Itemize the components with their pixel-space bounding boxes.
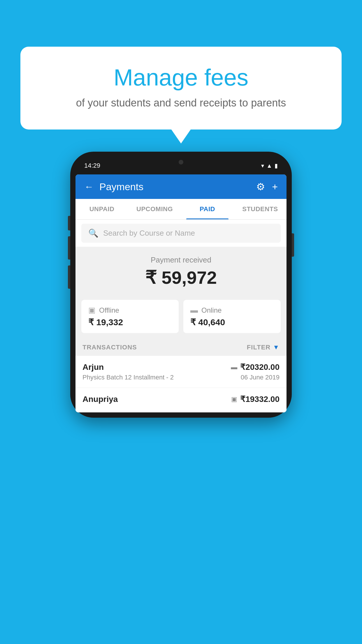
bubble-title: Manage fees (44, 64, 318, 91)
search-input[interactable]: Search by Course or Name (103, 229, 195, 238)
transaction-top: Anupriya ▣ ₹19332.00 (82, 394, 280, 404)
online-label: Online (201, 306, 222, 314)
payment-cards: ▣ Offline ₹ 19,332 ▬ Online ₹ 40,640 (75, 300, 287, 339)
transaction-amount: ₹20320.00 (240, 362, 280, 372)
signal-icon: ▲ (266, 162, 272, 169)
online-card-header: ▬ Online (190, 306, 274, 315)
notch (164, 157, 198, 167)
filter-icon: ▼ (273, 344, 280, 351)
add-icon[interactable]: + (272, 181, 278, 192)
volume-silent-button (68, 216, 70, 230)
online-card: ▬ Online ₹ 40,640 (183, 300, 281, 333)
table-row[interactable]: Arjun ▬ ₹20320.00 Physics Batch 12 Insta… (75, 356, 287, 388)
tabs-container: UNPAID UPCOMING PAID STUDENTS (75, 199, 287, 220)
tab-paid[interactable]: PAID (181, 199, 234, 219)
tab-upcoming[interactable]: UPCOMING (128, 199, 181, 219)
transaction-date: 06 June 2019 (241, 374, 280, 381)
phone-frame: 14:29 ▾ ▲ ▮ ← Payments ⚙ + (70, 152, 292, 418)
bubble-subtitle: of your students and send receipts to pa… (44, 97, 318, 109)
payment-received-section: Payment received ₹ 59,972 (75, 247, 287, 300)
volume-up-button (68, 236, 70, 260)
online-icon: ▬ (190, 306, 198, 315)
online-payment-icon: ▬ (231, 363, 237, 371)
table-row[interactable]: Anupriya ▣ ₹19332.00 (75, 388, 287, 412)
search-icon: 🔍 (88, 228, 99, 238)
filter-button[interactable]: FILTER ▼ (247, 344, 280, 351)
transaction-top: Arjun ▬ ₹20320.00 (82, 362, 280, 372)
speech-bubble-container: Manage fees of your students and send re… (20, 47, 342, 130)
power-button (292, 233, 294, 257)
payment-total-amount: ₹ 59,972 (81, 267, 281, 288)
transaction-amount-row: ▬ ₹20320.00 (231, 362, 280, 372)
back-button[interactable]: ← (84, 181, 94, 192)
transaction-bottom: Physics Batch 12 Installment - 2 06 June… (82, 374, 280, 381)
transaction-amount-row: ▣ ₹19332.00 (231, 394, 280, 404)
offline-card: ▣ Offline ₹ 19,332 (81, 300, 179, 333)
front-camera (179, 160, 183, 164)
volume-down-button (68, 265, 70, 289)
payment-received-label: Payment received (81, 256, 281, 265)
phone-container: 14:29 ▾ ▲ ▮ ← Payments ⚙ + (70, 152, 292, 418)
settings-icon[interactable]: ⚙ (256, 181, 265, 192)
offline-label: Offline (99, 306, 119, 314)
offline-payment-icon: ▣ (231, 396, 237, 403)
tab-students[interactable]: STUDENTS (234, 199, 287, 219)
wifi-icon: ▾ (261, 162, 264, 169)
offline-card-header: ▣ Offline (88, 306, 172, 315)
app-header: ← Payments ⚙ + (75, 174, 287, 199)
search-bar-container: 🔍 Search by Course or Name (75, 220, 287, 247)
online-amount: ₹ 40,640 (190, 317, 274, 327)
tab-unpaid[interactable]: UNPAID (75, 199, 128, 219)
header-right: ⚙ + (256, 181, 278, 192)
battery-icon: ▮ (275, 162, 278, 169)
search-bar[interactable]: 🔍 Search by Course or Name (81, 224, 281, 243)
transactions-label: TRANSACTIONS (82, 344, 137, 351)
transaction-amount: ₹19332.00 (240, 394, 280, 404)
offline-icon: ▣ (88, 306, 96, 315)
status-time: 14:29 (84, 162, 100, 169)
phone-screen: ← Payments ⚙ + UNPAID UPCOMING PAID (75, 174, 287, 412)
speech-bubble: Manage fees of your students and send re… (20, 47, 342, 130)
status-icons: ▾ ▲ ▮ (261, 162, 278, 169)
transaction-name: Arjun (82, 363, 104, 372)
header-left: ← Payments (84, 181, 143, 192)
header-title: Payments (99, 181, 143, 192)
transactions-header: TRANSACTIONS FILTER ▼ (75, 339, 287, 356)
status-bar: 14:29 ▾ ▲ ▮ (75, 157, 287, 174)
transaction-desc: Physics Batch 12 Installment - 2 (82, 374, 174, 381)
offline-amount: ₹ 19,332 (88, 317, 172, 327)
transaction-name: Anupriya (82, 395, 118, 404)
